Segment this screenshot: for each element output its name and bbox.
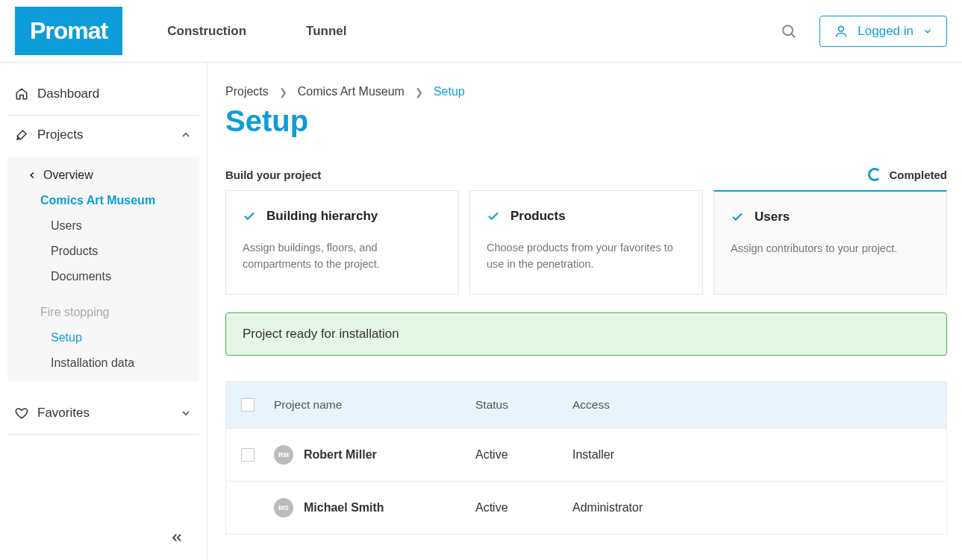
chevron-left-icon (27, 170, 37, 180)
sidebar-item-dashboard[interactable]: Dashboard (7, 78, 199, 116)
card-building-hierarchy[interactable]: Building hierarchy Assign buildings, flo… (225, 190, 459, 295)
header: Promat Construction Tunnel Logged in (0, 0, 962, 63)
card-desc: Choose products from your favorites to u… (487, 240, 686, 273)
search-button[interactable] (781, 23, 797, 40)
chevron-up-icon (180, 129, 192, 141)
double-chevron-left-icon (169, 530, 184, 545)
sidebar-item-setup[interactable]: Setup (7, 325, 199, 350)
breadcrumb-current: Setup (434, 85, 465, 98)
nav-construction[interactable]: Construction (167, 24, 246, 39)
chevron-right-icon: ❯ (415, 86, 423, 98)
svg-line-1 (792, 34, 796, 37)
progress-icon (868, 168, 881, 181)
user-status: Active (475, 448, 572, 462)
setup-cards: Building hierarchy Assign buildings, flo… (225, 190, 947, 295)
logged-in-label: Logged in (858, 24, 913, 39)
search-icon (781, 23, 797, 40)
sidebar-item-users[interactable]: Users (7, 213, 199, 239)
table-row[interactable]: MSMichael SmithActiveAdministrator (226, 481, 946, 534)
sidebar-item-installation-data[interactable]: Installation data (7, 350, 199, 376)
users-table: Project name Status Access RMRobert Mill… (225, 381, 947, 535)
logo[interactable]: Promat (15, 7, 122, 55)
logged-in-button[interactable]: Logged in (819, 16, 947, 47)
card-desc: Assign buildings, floors, and compartmen… (243, 240, 442, 273)
tools-icon (15, 128, 28, 142)
card-users[interactable]: Users Assign contributors to your projec… (713, 190, 947, 295)
card-title-label: Products (510, 209, 566, 224)
sidebar-item-favorites[interactable]: Favorites (7, 397, 199, 435)
sidebar-label: Dashboard (37, 86, 99, 101)
sidebar-item-products[interactable]: Products (7, 239, 199, 264)
row-checkbox[interactable] (241, 448, 254, 462)
sidebar-item-project-name[interactable]: Comics Art Museum (7, 188, 199, 213)
sidebar-label: Favorites (37, 406, 90, 421)
table-header: Project name Status Access (226, 382, 946, 428)
check-icon (243, 210, 256, 223)
user-name: Michael Smith (304, 501, 384, 515)
user-name: Robert Miller (304, 448, 377, 462)
nav-tunnel[interactable]: Tunnel (306, 24, 346, 39)
card-title-label: Users (755, 210, 790, 224)
user-access: Installer (572, 448, 931, 462)
heart-icon (15, 406, 28, 420)
user-access: Administrator (572, 501, 931, 515)
sidebar-item-projects[interactable]: Projects (7, 119, 199, 152)
completed-label: Completed (889, 169, 947, 181)
sidebar-item-documents[interactable]: Documents (7, 264, 199, 289)
completed-indicator: Completed (868, 168, 947, 181)
card-title-label: Building hierarchy (266, 209, 378, 224)
col-header-access: Access (572, 398, 931, 412)
select-all-checkbox[interactable] (241, 398, 254, 412)
page-title: Setup (225, 104, 947, 138)
breadcrumb-project[interactable]: Comics Art Museum (298, 85, 405, 98)
build-label: Build your project (225, 169, 321, 181)
sidebar: Dashboard Projects Overview Comics Art M… (0, 63, 207, 560)
svg-point-0 (784, 25, 793, 35)
breadcrumb: Projects ❯ Comics Art Museum ❯ Setup (225, 85, 947, 98)
collapse-sidebar-button[interactable] (169, 530, 184, 545)
table-row[interactable]: RMRobert MillerActiveInstaller (226, 428, 946, 481)
chevron-down-icon (180, 407, 192, 419)
ready-banner: Project ready for installation (225, 312, 947, 356)
svg-point-2 (839, 26, 844, 31)
card-products[interactable]: Products Choose products from your favor… (469, 190, 703, 295)
sidebar-label: Overview (43, 169, 93, 182)
chevron-right-icon: ❯ (279, 86, 287, 98)
breadcrumb-projects[interactable]: Projects (225, 85, 269, 98)
avatar: RM (274, 445, 293, 465)
sidebar-label: Projects (37, 128, 83, 142)
user-status: Active (475, 501, 572, 515)
card-desc: Assign contributors to your project. (731, 241, 930, 257)
user-icon (834, 24, 849, 39)
sidebar-item-overview[interactable]: Overview (7, 163, 199, 188)
avatar: MS (274, 498, 293, 517)
col-header-name: Project name (274, 398, 475, 412)
home-icon (15, 87, 28, 101)
sidebar-item-fire-stopping: Fire stopping (7, 300, 199, 325)
chevron-down-icon (922, 26, 933, 37)
check-icon (731, 210, 744, 224)
col-header-status: Status (475, 398, 572, 412)
top-nav: Construction Tunnel (167, 24, 781, 39)
sidebar-project-section: Overview Comics Art Museum Users Product… (7, 157, 199, 382)
main-content: Projects ❯ Comics Art Museum ❯ Setup Set… (207, 63, 962, 560)
check-icon (487, 210, 500, 223)
